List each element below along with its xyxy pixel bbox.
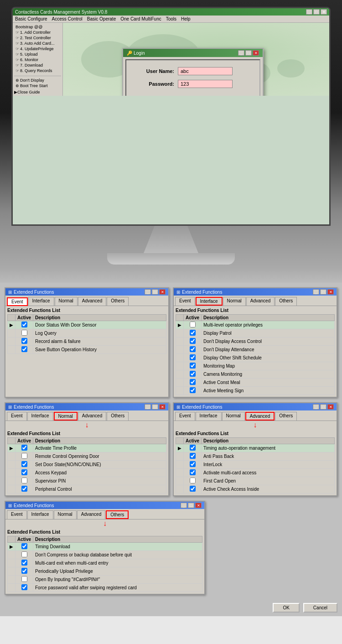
sidebar-add-controller[interactable]: ☞1. Add Controller <box>14 30 61 35</box>
checkbox-cell[interactable] <box>184 477 202 485</box>
sidebar-monitor[interactable]: ☞6. Monitor <box>14 57 61 62</box>
ext-panel-4-maximize[interactable]: □ <box>320 404 326 410</box>
tab-advanced-4[interactable]: Advanced <box>245 412 275 421</box>
row-checkbox[interactable] <box>21 576 27 582</box>
checkbox-cell[interactable] <box>184 485 202 493</box>
maximize-btn[interactable]: □ <box>313 9 320 15</box>
checkbox-cell[interactable] <box>184 329 202 338</box>
row-checkbox[interactable] <box>190 486 196 492</box>
checkbox-cell[interactable] <box>184 461 202 469</box>
checkbox-cell[interactable] <box>16 559 33 567</box>
row-checkbox[interactable] <box>190 322 196 327</box>
checkbox-cell[interactable] <box>184 370 202 379</box>
sidebar-auto-add[interactable]: ☞3. Auto Add Card... <box>14 41 61 46</box>
checkbox-cell[interactable] <box>16 461 33 469</box>
menu-one-card[interactable]: One Card MultiFunc <box>120 16 161 21</box>
login-close-btn[interactable]: ✕ <box>253 50 259 56</box>
checkbox-cell[interactable] <box>16 444 33 452</box>
row-checkbox[interactable] <box>21 543 27 549</box>
ext-panel-1-close[interactable]: ✕ <box>159 289 166 295</box>
tab-normal-4[interactable]: Normal <box>222 412 245 421</box>
tab-advanced-5[interactable]: Advanced <box>77 510 105 519</box>
ext-panel-1-minimize[interactable]: _ <box>145 289 151 295</box>
checkbox-cell[interactable] <box>16 477 33 485</box>
tab-normal-3[interactable]: Normal <box>54 412 78 421</box>
ext-panel-2-minimize[interactable]: _ <box>313 289 319 295</box>
tab-interface-3[interactable]: Interface <box>27 412 53 421</box>
ext-panel-2-maximize[interactable]: □ <box>320 289 326 295</box>
checkbox-cell[interactable] <box>184 354 202 362</box>
row-checkbox[interactable] <box>21 584 27 590</box>
row-checkbox[interactable] <box>190 461 196 467</box>
ext-panel-5-minimize[interactable]: _ <box>181 503 187 508</box>
checkbox-cell[interactable] <box>16 543 33 551</box>
ext-panel-4-minimize[interactable]: _ <box>313 404 319 410</box>
row-checkbox[interactable] <box>21 330 27 336</box>
ext-panel-5-close[interactable]: ✕ <box>195 503 202 508</box>
row-checkbox[interactable] <box>21 338 27 344</box>
tab-interface-4[interactable]: Interface <box>196 412 222 421</box>
tab-others-5[interactable]: Others <box>106 510 129 519</box>
ok-button[interactable]: OK <box>273 603 299 613</box>
row-checkbox[interactable] <box>21 568 27 574</box>
menu-access-control[interactable]: Access Control <box>52 16 83 21</box>
sidebar-boot-tree[interactable]: ⊛Boot Tree Start <box>14 83 61 88</box>
checkbox-cell[interactable] <box>16 321 33 329</box>
row-checkbox[interactable] <box>190 387 196 393</box>
row-checkbox[interactable] <box>21 346 27 352</box>
checkbox-cell[interactable] <box>184 338 202 346</box>
close-btn[interactable]: ✕ <box>321 9 327 15</box>
checkbox-cell[interactable] <box>184 321 202 329</box>
ext-panel-3-close[interactable]: ✕ <box>159 404 166 410</box>
sidebar-bootstrap[interactable]: Bootstrap @@ <box>14 24 61 30</box>
row-checkbox[interactable] <box>190 363 196 369</box>
tab-normal-2[interactable]: Normal <box>223 297 246 306</box>
checkbox-cell[interactable] <box>16 485 33 493</box>
sidebar-update[interactable]: ☞4. UpdatePrivilege <box>14 46 61 52</box>
tab-normal-1[interactable]: Normal <box>55 297 78 306</box>
tab-normal-5[interactable]: Normal <box>54 510 77 519</box>
sidebar-download[interactable]: ☞7. Download <box>14 62 61 68</box>
tab-interface-1[interactable]: Interface <box>28 297 54 306</box>
tab-others-3[interactable]: Others <box>107 412 129 421</box>
username-input[interactable] <box>178 67 233 75</box>
checkbox-cell[interactable] <box>16 452 33 461</box>
checkbox-cell[interactable] <box>16 329 33 338</box>
checkbox-cell[interactable] <box>184 469 202 477</box>
row-checkbox[interactable] <box>21 322 27 327</box>
tab-interface-5[interactable]: Interface <box>27 510 53 519</box>
row-checkbox[interactable] <box>190 379 196 385</box>
row-checkbox[interactable] <box>21 551 27 557</box>
tab-advanced-3[interactable]: Advanced <box>78 412 106 421</box>
checkbox-cell[interactable] <box>16 584 33 592</box>
ext-panel-3-minimize[interactable]: _ <box>145 404 151 410</box>
cancel-button[interactable]: Cancel <box>303 603 337 613</box>
minimize-btn[interactable]: _ <box>306 9 312 15</box>
checkbox-cell[interactable] <box>16 567 33 576</box>
menu-basic-configure[interactable]: Basic Configure <box>15 16 47 21</box>
row-checkbox[interactable] <box>190 469 196 475</box>
row-checkbox[interactable] <box>21 469 27 475</box>
row-checkbox[interactable] <box>21 445 27 451</box>
checkbox-cell[interactable] <box>16 338 33 346</box>
checkbox-cell[interactable] <box>184 346 202 354</box>
ext-panel-3-maximize[interactable]: □ <box>152 404 158 410</box>
sidebar-query[interactable]: ☞8. Query Records <box>14 68 61 73</box>
tab-interface-2[interactable]: Interface <box>196 297 223 306</box>
checkbox-cell[interactable] <box>184 379 202 387</box>
row-checkbox[interactable] <box>190 445 196 451</box>
checkbox-cell[interactable] <box>184 362 202 370</box>
tab-event-5[interactable]: Event <box>7 510 27 519</box>
tab-others-2[interactable]: Others <box>275 297 297 306</box>
checkbox-cell[interactable] <box>16 551 33 559</box>
tab-advanced-2[interactable]: Advanced <box>246 297 275 306</box>
row-checkbox[interactable] <box>190 371 196 377</box>
row-checkbox[interactable] <box>21 486 27 492</box>
checkbox-cell[interactable] <box>184 444 202 452</box>
row-checkbox[interactable] <box>21 453 27 459</box>
checkbox-cell[interactable] <box>16 346 33 354</box>
tab-event-4[interactable]: Event <box>175 412 195 421</box>
tab-advanced-1[interactable]: Advanced <box>78 297 106 306</box>
ext-panel-2-close[interactable]: ✕ <box>327 289 334 295</box>
sidebar-dont-display[interactable]: ⊛Don't Display <box>14 78 61 83</box>
